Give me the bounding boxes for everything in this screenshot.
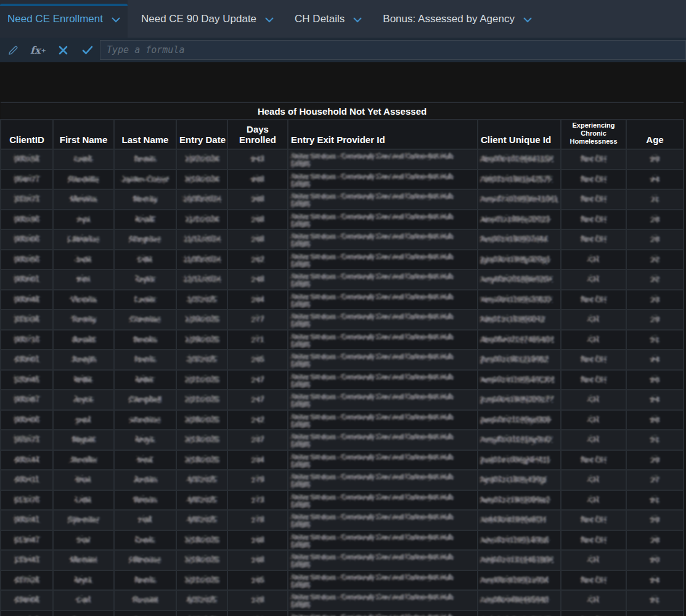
table-cell[interactable]: 4/9/2025 <box>176 490 227 511</box>
table-cell[interactable]: Not CH <box>561 370 626 390</box>
table-cell[interactable]: Star <box>53 530 114 551</box>
table-cell[interactable]: 128 <box>227 590 288 610</box>
table-cell[interactable]: 6/2/2025 <box>176 590 227 610</box>
chevron-down-icon[interactable] <box>265 17 274 23</box>
col-header-days-enrolled[interactable]: Days Enrolled <box>227 120 288 149</box>
chevron-down-icon[interactable] <box>353 17 362 23</box>
table-cell[interactable]: Not CH <box>561 229 626 250</box>
table-cell[interactable]: vlms0931190h20633 <box>478 290 561 310</box>
table-cell[interactable]: 2/21/2025 <box>176 370 227 390</box>
table-cell[interactable]: 5/21/2025 <box>176 570 227 591</box>
table-cell[interactable]: kllb0131193l00042 <box>478 310 561 330</box>
table-cell[interactable]: Street Services - Community Care and Con… <box>288 290 478 310</box>
table-cell[interactable]: 1/20/2025 <box>176 310 227 330</box>
table-cell[interactable]: 000158 <box>1 149 53 170</box>
table-cell[interactable]: 000350 <box>1 250 53 270</box>
table-cell[interactable]: Street Services - Community Care and Con… <box>288 590 478 610</box>
table-cell[interactable]: brooks <box>114 330 176 350</box>
table-cell[interactable]: Davis <box>114 530 176 551</box>
table-cell[interactable]: 39 <box>626 450 684 470</box>
table-cell[interactable]: 173 <box>227 490 288 511</box>
table-cell[interactable]: Not CH <box>561 450 626 470</box>
table-cell[interactable]: 60 <box>626 550 684 570</box>
table-cell[interactable]: wmlr0191190540CK8 <box>478 370 561 390</box>
table-cell[interactable]: Coleman <box>114 310 176 330</box>
table-cell[interactable]: 11/1/2024 <box>176 210 227 230</box>
table-cell[interactable]: 59 <box>626 510 684 530</box>
table-cell[interactable]: Dille <box>114 250 176 270</box>
table-cell[interactable]: Little <box>53 490 114 511</box>
col-header-clientid[interactable]: ClientID <box>1 120 53 149</box>
table-cell[interactable]: 168 <box>227 530 288 551</box>
table-cell[interactable]: Sylvester <box>53 510 114 530</box>
table-cell[interactable]: Street Services - Community Care and Con… <box>288 189 478 210</box>
col-header-entry-date[interactable]: Entry Date <box>176 120 227 149</box>
table-cell[interactable]: Khalil <box>114 210 176 230</box>
table-cell[interactable]: 10/2/2024 <box>176 149 227 170</box>
table-cell[interactable]: Street Services - Community Care and Con… <box>288 229 478 250</box>
table-cell[interactable]: Miller <box>114 370 176 390</box>
table-cell[interactable]: 11/11/2024 <box>176 229 227 250</box>
table-cell[interactable]: aloe0111996e20023 <box>478 210 561 230</box>
table-cell[interactable]: 121 <box>227 610 288 616</box>
table-cell[interactable]: CH <box>561 330 626 350</box>
table-cell[interactable]: 054077 <box>1 170 53 190</box>
table-cell[interactable]: 430001 <box>1 350 53 370</box>
table-cell[interactable]: Denise <box>53 610 114 616</box>
table-cell[interactable]: Neal <box>114 450 176 470</box>
table-cell[interactable]: 333336 <box>1 310 53 330</box>
table-cell[interactable]: Street Services - Community Care and Con… <box>288 430 478 450</box>
table-cell[interactable]: dwlk0414198s22105 <box>478 610 561 616</box>
table-cell[interactable]: 89 <box>626 149 684 170</box>
table-cell[interactable]: jcmb006190N200c77 <box>478 390 561 410</box>
table-cell[interactable]: Russell <box>114 590 176 610</box>
table-cell[interactable]: Not CH <box>561 189 626 210</box>
table-cell[interactable]: Street Services - Community Care and Con… <box>288 310 478 330</box>
table-cell[interactable]: Tommy <box>53 310 114 330</box>
table-cell[interactable]: Not CH <box>561 210 626 230</box>
table-cell[interactable]: brown <box>114 149 176 170</box>
table-cell[interactable]: 843 <box>227 149 288 170</box>
table-cell[interactable]: Street Services - Community Care and Con… <box>288 490 478 511</box>
table-cell[interactable]: pwds0021190lyd308 <box>478 410 561 430</box>
col-header-first-name[interactable]: First Name <box>53 120 114 149</box>
table-cell[interactable]: CH <box>561 390 626 410</box>
tab-ch-details[interactable]: CH Details <box>287 0 369 38</box>
table-cell[interactable]: 165 <box>227 570 288 591</box>
table-cell[interactable]: Street Services - Community Care and Con… <box>288 610 478 616</box>
table-cell[interactable]: 262 <box>227 250 288 270</box>
table-cell[interactable]: shll4303l1990efCH <box>478 510 561 530</box>
table-cell[interactable]: 9/10/2024 <box>176 170 227 190</box>
table-cell[interactable]: CH <box>561 550 626 570</box>
table-cell[interactable]: LaMarius <box>53 229 114 250</box>
table-cell[interactable]: 64 <box>626 570 684 591</box>
table-cell[interactable]: Victoria <box>53 290 114 310</box>
table-cell[interactable]: 000300 <box>1 229 53 250</box>
table-cell[interactable]: 000400 <box>1 410 53 430</box>
table-cell[interactable]: 613370 <box>1 490 53 511</box>
table-cell[interactable]: CH <box>561 269 626 290</box>
table-cell[interactable]: Not CH <box>561 170 626 190</box>
table-cell[interactable]: 3/18/2025 <box>176 450 227 470</box>
table-cell[interactable]: Street Services - Community Care and Con… <box>288 170 478 190</box>
table-cell[interactable]: 248 <box>227 269 288 290</box>
table-cell[interactable]: CH <box>561 410 626 430</box>
table-cell[interactable]: 237 <box>227 430 288 450</box>
table-cell[interactable]: Street Services - Community Care and Con… <box>288 149 478 170</box>
table-cell[interactable]: 33 <box>626 290 684 310</box>
table-cell[interactable]: Joseph <box>53 350 114 370</box>
table-cell[interactable]: Not CH <box>561 610 626 616</box>
table-cell[interactable]: Hall <box>114 510 176 530</box>
table-cell[interactable]: 520045 <box>1 370 53 390</box>
table-cell[interactable]: Carl <box>53 590 114 610</box>
table-cell[interactable]: CH <box>561 590 626 610</box>
table-cell[interactable]: CH <box>561 310 626 330</box>
table-cell[interactable]: 2/21/2025 <box>176 390 227 410</box>
table-cell[interactable]: 4/9/2025 <box>176 510 227 530</box>
table-cell[interactable]: 000710 <box>1 330 53 350</box>
table-cell[interactable]: Wilson <box>114 490 176 511</box>
table-cell[interactable]: 1/29/2025 <box>176 330 227 350</box>
table-cell[interactable]: 000001 <box>1 269 53 290</box>
table-cell[interactable]: 6/9/2025 <box>176 610 227 616</box>
table-cell[interactable]: 133443 <box>1 550 53 570</box>
